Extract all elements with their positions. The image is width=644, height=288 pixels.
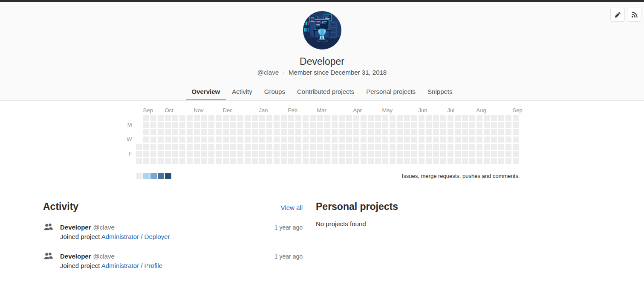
- contribution-cell[interactable]: [259, 115, 265, 121]
- contribution-cell[interactable]: [245, 137, 251, 143]
- contribution-cell[interactable]: [208, 115, 214, 121]
- contribution-cell[interactable]: [332, 151, 338, 157]
- contribution-cell[interactable]: [317, 158, 323, 164]
- contribution-cell[interactable]: [179, 144, 185, 150]
- contribution-cell[interactable]: [513, 137, 519, 143]
- contribution-cell[interactable]: [223, 144, 229, 150]
- contribution-cell[interactable]: [361, 129, 367, 135]
- contribution-cell[interactable]: [368, 151, 374, 157]
- contribution-cell[interactable]: [353, 137, 359, 143]
- contribution-cell[interactable]: [230, 122, 236, 128]
- contribution-cell[interactable]: [404, 158, 410, 164]
- contribution-cell[interactable]: [426, 158, 432, 164]
- contribution-cell[interactable]: [375, 158, 381, 164]
- contribution-cell[interactable]: [404, 115, 410, 121]
- contribution-cell[interactable]: [382, 115, 388, 121]
- contribution-cell[interactable]: [404, 144, 410, 150]
- contribution-cell[interactable]: [397, 158, 403, 164]
- contribution-cell[interactable]: [368, 137, 374, 143]
- contribution-cell[interactable]: [208, 144, 214, 150]
- contribution-cell[interactable]: [361, 115, 367, 121]
- contribution-cell[interactable]: [201, 122, 207, 128]
- contribution-cell[interactable]: [187, 129, 193, 135]
- contribution-cell[interactable]: [491, 122, 497, 128]
- contribution-cell[interactable]: [295, 137, 301, 143]
- contribution-cell[interactable]: [172, 144, 178, 150]
- contribution-cell[interactable]: [310, 137, 316, 143]
- contribution-cell[interactable]: [208, 158, 214, 164]
- contribution-cell[interactable]: [477, 158, 482, 164]
- contribution-cell[interactable]: [332, 115, 338, 121]
- contribution-cell[interactable]: [353, 151, 359, 157]
- contribution-cell[interactable]: [477, 137, 482, 143]
- contribution-cell[interactable]: [194, 115, 200, 121]
- contribution-cell[interactable]: [513, 158, 519, 164]
- contribution-cell[interactable]: [143, 158, 149, 164]
- contribution-cell[interactable]: [252, 137, 258, 143]
- contribution-cell[interactable]: [303, 144, 309, 150]
- contribution-cell[interactable]: [150, 158, 156, 164]
- contribution-cell[interactable]: [411, 115, 417, 121]
- contribution-cell[interactable]: [419, 129, 425, 135]
- contribution-cell[interactable]: [237, 151, 243, 157]
- contribution-cell[interactable]: [158, 115, 164, 121]
- contribution-cell[interactable]: [404, 129, 410, 135]
- contribution-cell[interactable]: [419, 137, 425, 143]
- contribution-cell[interactable]: [150, 129, 156, 135]
- contribution-cell[interactable]: [324, 151, 330, 157]
- contribution-cell[interactable]: [201, 115, 207, 121]
- contribution-cell[interactable]: [150, 151, 156, 157]
- contribution-cell[interactable]: [317, 151, 323, 157]
- contribution-cell[interactable]: [462, 122, 468, 128]
- contribution-cell[interactable]: [295, 144, 301, 150]
- contribution-cell[interactable]: [440, 151, 446, 157]
- contribution-cell[interactable]: [440, 144, 446, 150]
- contribution-cell[interactable]: [353, 115, 359, 121]
- contribution-cell[interactable]: [324, 144, 330, 150]
- contribution-cell[interactable]: [274, 115, 280, 121]
- contribution-cell[interactable]: [252, 144, 258, 150]
- contribution-cell[interactable]: [375, 122, 381, 128]
- contribution-cell[interactable]: [324, 115, 330, 121]
- contribution-cell[interactable]: [390, 158, 396, 164]
- contribution-cell[interactable]: [382, 129, 388, 135]
- contribution-cell[interactable]: [274, 129, 280, 135]
- contribution-cell[interactable]: [469, 137, 475, 143]
- contribution-cell[interactable]: [484, 129, 490, 135]
- contribution-cell[interactable]: [426, 151, 432, 157]
- contribution-cell[interactable]: [455, 115, 461, 121]
- tab-contributed-projects[interactable]: Contributed projects: [291, 84, 360, 100]
- contribution-cell[interactable]: [274, 144, 280, 150]
- contribution-cell[interactable]: [382, 144, 388, 150]
- contribution-cell[interactable]: [498, 158, 504, 164]
- contribution-cell[interactable]: [455, 144, 461, 150]
- contribution-cell[interactable]: [259, 137, 265, 143]
- contribution-cell[interactable]: [484, 151, 490, 157]
- contribution-cell[interactable]: [172, 122, 178, 128]
- contribution-cell[interactable]: [208, 151, 214, 157]
- contribution-cell[interactable]: [448, 129, 453, 135]
- contribution-cell[interactable]: [266, 158, 272, 164]
- tab-activity[interactable]: Activity: [226, 84, 258, 100]
- contribution-cell[interactable]: [158, 144, 164, 150]
- contribution-cell[interactable]: [303, 151, 309, 157]
- contribution-cell[interactable]: [274, 122, 280, 128]
- contribution-cell[interactable]: [201, 137, 207, 143]
- contribution-cell[interactable]: [513, 115, 519, 121]
- contribution-cell[interactable]: [361, 122, 367, 128]
- contribution-cell[interactable]: [230, 144, 236, 150]
- contribution-cell[interactable]: [448, 158, 453, 164]
- contribution-cell[interactable]: [303, 137, 309, 143]
- contribution-cell[interactable]: [259, 144, 265, 150]
- contribution-cell[interactable]: [353, 129, 359, 135]
- contribution-cell[interactable]: [477, 129, 482, 135]
- contribution-cell[interactable]: [469, 122, 475, 128]
- contribution-cell[interactable]: [223, 129, 229, 135]
- contribution-cell[interactable]: [346, 129, 352, 135]
- contribution-cell[interactable]: [484, 137, 490, 143]
- contribution-cell[interactable]: [172, 151, 178, 157]
- contribution-cell[interactable]: [498, 137, 504, 143]
- contribution-cell[interactable]: [346, 122, 352, 128]
- contribution-cell[interactable]: [216, 137, 222, 143]
- contribution-cell[interactable]: [303, 158, 309, 164]
